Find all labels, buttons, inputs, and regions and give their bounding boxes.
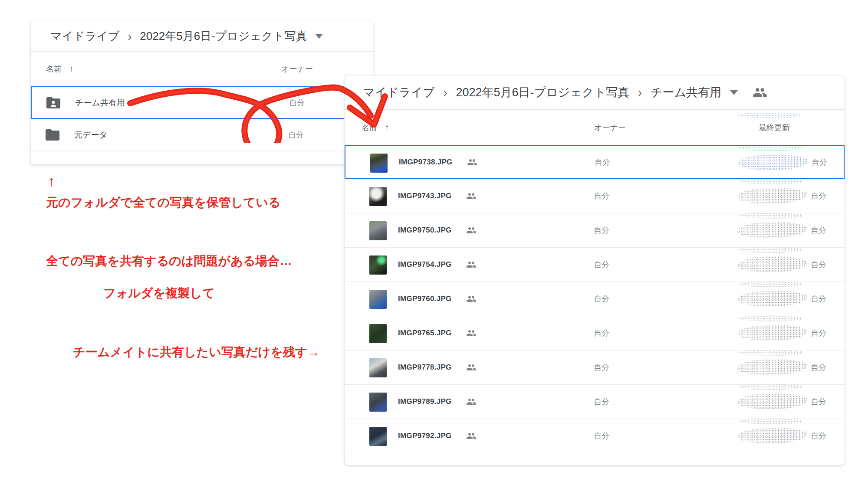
column-header-owner[interactable]: オーナー (594, 122, 626, 133)
column-header-last-modified[interactable]: 最終更新 (759, 122, 790, 133)
file-row[interactable]: IMGP9754.JPG 自分 自分 (345, 248, 845, 282)
redacted-scribble (738, 212, 803, 219)
column-header-name[interactable]: 名前 ↑ (362, 110, 389, 145)
redacted-scribble (737, 324, 807, 341)
folder-name: 元データ (74, 129, 108, 141)
file-row[interactable]: IMGP9760.JPG 自分 自分 (345, 282, 845, 316)
file-row[interactable]: IMGP9743.JPG 自分 自分 (345, 179, 845, 213)
owner-value: 自分 (594, 431, 609, 441)
owner-value: 自分 (289, 98, 305, 108)
last-modified-by: 自分 (811, 328, 826, 338)
redacted-scribble (737, 359, 807, 375)
redacted-scribble (737, 187, 807, 204)
file-name: IMGP9765.JPG (398, 329, 452, 337)
column-header-name[interactable]: 名前 ↑ (46, 52, 74, 86)
name-header-label: 名前 (46, 64, 62, 74)
photo-thumbnail (369, 427, 387, 446)
redacted-scribble (737, 112, 802, 118)
redacted-scribble (737, 427, 807, 444)
last-modified-by: 自分 (811, 396, 826, 407)
file-row[interactable]: IMGP9792.JPG 自分 自分 (345, 419, 845, 453)
owner-value: 自分 (594, 362, 609, 373)
name-header-label: 名前 (362, 122, 377, 133)
file-row[interactable]: IMGP9750.JPG 自分 自分 (345, 213, 845, 248)
redacted-scribble (738, 281, 803, 287)
owner-value: 自分 (594, 328, 609, 338)
people-icon (466, 191, 477, 201)
people-icon (466, 225, 477, 236)
photo-thumbnail (369, 324, 387, 343)
file-list: IMGP9738.JPG 自分 自分 IMGP9743.JPG 自分 自分 IM… (345, 145, 845, 453)
last-modified-by: 自分 (811, 191, 826, 201)
photo-thumbnail (369, 358, 387, 377)
drive-window-team-share-folder: マイドライブ › 2022年5月6日-プロジェクト写真 › チーム共有用 名前 … (344, 75, 845, 465)
breadcrumb-team-share-folder[interactable]: チーム共有用 (651, 85, 721, 100)
redacted-scribble (737, 222, 807, 238)
people-icon (466, 431, 477, 441)
redacted-scribble (737, 290, 807, 307)
shared-folder-icon (46, 96, 61, 109)
people-icon (466, 328, 477, 338)
people-icon (466, 294, 477, 304)
annotation-line1: 元のフォルダで全ての写真を保管している (46, 194, 281, 211)
file-name: IMGP9778.JPG (398, 363, 452, 372)
photo-thumbnail (369, 290, 387, 309)
redacted-scribble (738, 154, 808, 170)
owner-value: 自分 (595, 157, 610, 167)
redacted-scribble (738, 178, 803, 184)
chevron-down-icon[interactable] (730, 90, 738, 95)
photo-thumbnail (369, 255, 387, 275)
breadcrumb-my-drive[interactable]: マイドライブ (363, 85, 435, 100)
file-row[interactable]: IMGP9778.JPG 自分 自分 (345, 350, 845, 385)
redacted-scribble (738, 246, 803, 253)
column-header-owner[interactable]: オーナー (281, 64, 313, 74)
folder-row-team-share[interactable]: チーム共有用 自分 (31, 86, 373, 119)
breadcrumb: マイドライブ › 2022年5月6日-プロジェクト写真 › チーム共有用 (345, 75, 845, 110)
chevron-right-icon: › (637, 86, 643, 99)
breadcrumb-project-folder[interactable]: 2022年5月6日-プロジェクト写真 (140, 29, 307, 44)
owner-value: 自分 (594, 191, 609, 201)
people-icon (466, 259, 477, 270)
redacted-scribble (738, 383, 803, 390)
file-row[interactable]: IMGP9765.JPG 自分 自分 (345, 316, 845, 350)
people-icon[interactable] (753, 85, 767, 100)
breadcrumb-project-folder[interactable]: 2022年5月6日-プロジェクト写真 (456, 85, 629, 100)
arrow-up-icon: ↑ (69, 64, 74, 74)
redacted-scribble (738, 418, 803, 424)
file-name: IMGP9743.JPG (398, 192, 452, 200)
last-modified-by: 自分 (811, 431, 826, 441)
file-name: IMGP9754.JPG (398, 260, 452, 269)
file-name: IMGP9738.JPG (399, 158, 453, 167)
owner-value: 自分 (594, 294, 609, 304)
photo-thumbnail (369, 221, 387, 240)
photo-thumbnail (370, 154, 388, 173)
table-header: 名前 ↑ オーナー 最終更新 (345, 110, 845, 145)
folder-icon (45, 128, 60, 141)
file-name: IMGP9750.JPG (398, 226, 452, 235)
annotation-up-arrow: ↑ (48, 173, 55, 190)
breadcrumb: マイドライブ › 2022年5月6日-プロジェクト写真 (31, 21, 373, 52)
people-icon (467, 157, 477, 167)
owner-value: 自分 (288, 130, 304, 140)
annotation-line4: チームメイトに共有したい写真だけを残す→ (73, 344, 320, 360)
chevron-right-icon: › (127, 30, 133, 43)
people-icon (466, 396, 477, 407)
file-row[interactable]: IMGP9738.JPG 自分 自分 (345, 145, 845, 179)
redacted-scribble (738, 349, 803, 356)
photo-thumbnail (369, 187, 387, 206)
table-header: 名前 ↑ オーナー (31, 52, 373, 86)
folder-row-original-data[interactable]: 元データ 自分 (31, 119, 373, 151)
breadcrumb-my-drive[interactable]: マイドライブ (50, 29, 120, 44)
annotation-line2: 全ての写真を共有するのは問題がある場合… (46, 253, 292, 269)
last-modified-by: 自分 (811, 362, 826, 373)
file-name: IMGP9789.JPG (398, 397, 452, 406)
tutorial-composite: マイドライブ › 2022年5月6日-プロジェクト写真 名前 ↑ オーナー チー… (0, 0, 868, 488)
redacted-scribble (737, 256, 807, 272)
chevron-right-icon: › (443, 86, 448, 99)
file-name: IMGP9760.JPG (398, 295, 452, 303)
file-name: IMGP9792.JPG (398, 432, 452, 440)
file-row[interactable]: IMGP9789.JPG 自分 自分 (345, 385, 845, 419)
owner-value: 自分 (594, 259, 609, 270)
chevron-down-icon[interactable] (315, 34, 323, 39)
folder-name: チーム共有用 (75, 97, 125, 108)
